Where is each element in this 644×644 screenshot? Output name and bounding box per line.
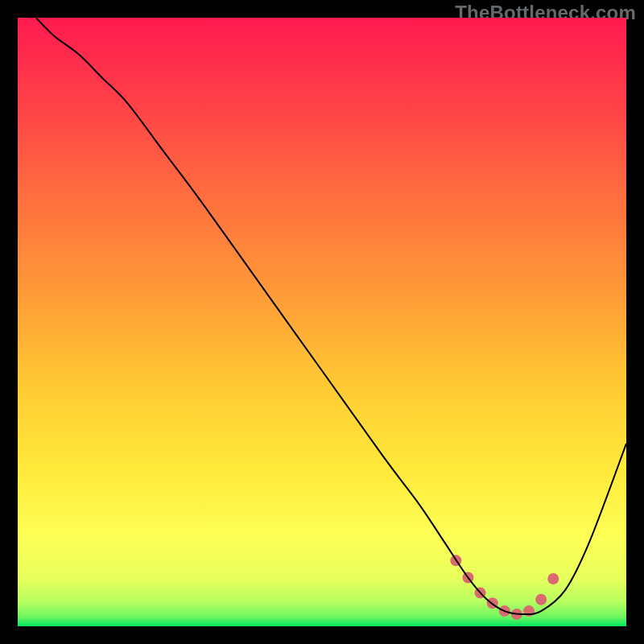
highlight-dot [523,605,535,617]
chart-stage: TheBottleneck.com [0,0,644,644]
highlight-dot [547,573,559,584]
highlight-dot [535,594,547,605]
gradient-background [18,18,626,626]
plot-area [18,18,626,626]
chart-svg [18,18,626,626]
